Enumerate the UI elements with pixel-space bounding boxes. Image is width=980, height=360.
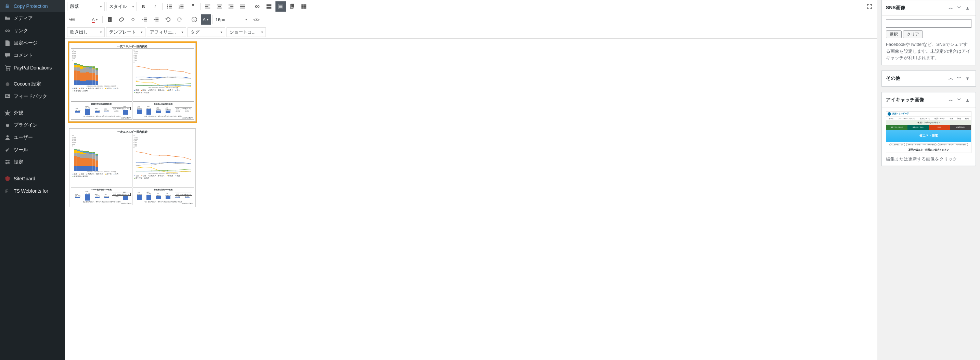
italic-button[interactable]: I [150, 2, 160, 12]
outdent-button[interactable] [140, 14, 150, 25]
svg-point-122 [175, 156, 175, 157]
affiliate-select[interactable]: アフィリエ... [147, 27, 186, 37]
svg-point-76 [190, 73, 191, 74]
svg-rect-53 [144, 18, 147, 19]
table-button[interactable] [299, 2, 309, 12]
sidebar-item-font[interactable]: FTS Webfonts for [0, 185, 65, 197]
caret-up-icon[interactable]: ▴ [963, 96, 972, 104]
svg-point-73 [167, 70, 168, 70]
blockquote-button[interactable]: " [188, 2, 198, 12]
align-left-button[interactable] [202, 2, 213, 12]
bullet-list-button[interactable] [165, 2, 175, 12]
chevron-down-icon[interactable]: ﹀ [955, 4, 963, 12]
sidebar-item-settings[interactable]: 設定 [0, 156, 65, 168]
copy-button[interactable] [287, 2, 298, 12]
svg-point-104 [159, 85, 160, 86]
svg-point-75 [182, 71, 183, 72]
svg-point-148 [190, 171, 191, 172]
chart-image[interactable]: 一次エネルギー国内供給PJ25,00020,00015,00010,0005,0… [69, 128, 196, 207]
special-char-button[interactable]: Ω [128, 14, 138, 25]
sidebar-item-circle[interactable]: Cocoon 設定 [0, 78, 65, 90]
svg-point-152 [159, 170, 160, 171]
svg-point-109 [135, 162, 136, 163]
svg-point-70 [143, 67, 144, 68]
undo-button[interactable] [163, 14, 173, 25]
link-button[interactable] [252, 2, 262, 12]
align-right-button[interactable] [226, 2, 236, 12]
svg-point-74 [175, 70, 175, 71]
sidebar-item-lock[interactable]: Copy Protection [0, 0, 65, 12]
sidebar-item-tool[interactable]: ツール [0, 144, 65, 156]
tag-select[interactable]: タグ [188, 27, 225, 37]
svg-point-64 [159, 77, 160, 78]
chevron-down-icon[interactable]: ﹀ [955, 74, 963, 83]
svg-rect-57 [155, 19, 158, 20]
sidebar-item-page[interactable]: 固定ページ [0, 37, 65, 49]
caret-up-icon[interactable]: ▴ [963, 4, 972, 12]
bold-button[interactable]: B [138, 2, 148, 12]
numbered-list-button[interactable]: 123 [176, 2, 186, 12]
tool-icon [4, 147, 11, 153]
chevron-up-icon[interactable]: ︿ [947, 96, 955, 104]
sns-image-input[interactable] [886, 19, 972, 28]
code-button[interactable]: </> [251, 14, 262, 25]
textcolor-button[interactable]: A▼ [90, 14, 100, 25]
align-justify-button[interactable] [237, 2, 248, 12]
svg-point-127 [151, 165, 152, 165]
redo-button[interactable] [175, 14, 185, 25]
svg-rect-26 [205, 6, 208, 7]
style-select[interactable]: スタイル [106, 2, 137, 11]
svg-point-121 [167, 155, 168, 156]
sidebar-item-plugin[interactable]: プラグイン [0, 119, 65, 131]
sidebar-item-label: コメント [14, 53, 33, 59]
sidebar-item-label: 固定ページ [14, 40, 38, 46]
align-center-button[interactable] [214, 2, 224, 12]
svg-point-67 [182, 76, 183, 77]
indent-button[interactable] [151, 14, 162, 25]
sidebar-item-appearance[interactable]: 外観 [0, 107, 65, 119]
svg-point-15 [167, 6, 168, 7]
chart-image-selected[interactable]: 一次エネルギー国内供給PJ25,00020,00015,00010,0005,0… [69, 43, 196, 121]
editor-content[interactable]: 一次エネルギー国内供給PJ25,00020,00015,00010,0005,0… [65, 39, 877, 360]
template-select[interactable]: テンプレート [106, 27, 145, 37]
shortcode-select[interactable]: ショートコ... [226, 27, 266, 37]
help-button[interactable]: ? [189, 14, 199, 25]
fukidashi-select[interactable]: 吹き出し [67, 27, 105, 37]
clear-format-button[interactable] [116, 14, 127, 25]
sidebar-item-user[interactable]: ユーザー [0, 131, 65, 144]
sidebar-item-comment[interactable]: コメント [0, 49, 65, 62]
paragraph-select[interactable]: 段落 [67, 2, 105, 11]
plugin-icon [4, 122, 11, 129]
svg-point-154 [175, 170, 175, 170]
feedback-icon [4, 93, 11, 100]
fullscreen-button[interactable] [864, 2, 875, 12]
chevron-down-icon[interactable]: ﹀ [955, 96, 963, 104]
svg-point-149 [135, 171, 136, 172]
readmore-button[interactable] [264, 2, 274, 12]
svg-point-140 [190, 172, 191, 172]
svg-point-98 [175, 85, 175, 86]
svg-point-72 [159, 70, 160, 70]
sidebar-item-feedback[interactable]: フィードバック [0, 90, 65, 103]
svg-point-97 [167, 85, 168, 86]
clear-button[interactable]: クリア [903, 30, 923, 38]
select-button[interactable]: 選択 [886, 30, 902, 38]
sidebar-item-cart[interactable]: PayPal Donations [0, 62, 65, 74]
caret-down-icon[interactable]: ▾ [963, 74, 972, 83]
sidebar-item-link[interactable]: リンク [0, 25, 65, 37]
strikethrough-button[interactable]: ABC [67, 14, 77, 25]
chevron-up-icon[interactable]: ︿ [947, 4, 955, 12]
hr-button[interactable]: — [78, 14, 89, 25]
paste-text-button[interactable]: T [105, 14, 115, 25]
fontsize-select[interactable]: 16px [213, 15, 250, 24]
svg-point-92 [190, 86, 191, 87]
bgcolor-button[interactable]: A▼ [201, 14, 211, 25]
featured-image-thumbnail[interactable]: 資源エネルギー庁 ホームスペシャルコンテンツ政策について統計・データ予算調達組織… [886, 111, 972, 153]
toolbar-toggle-button[interactable] [275, 2, 286, 12]
featured-image-panel: アイキャッチ画像 ︿ ﹀ ▴ 資源エネルギー庁 ホームスペシャルコンテンツ政策に… [881, 92, 976, 166]
editor-toolbar: 段落 スタイル B I 123 " [65, 0, 877, 39]
sidebar-item-shield[interactable]: SiteGuard [0, 172, 65, 185]
comment-icon [4, 52, 11, 59]
chevron-up-icon[interactable]: ︿ [947, 74, 955, 83]
sidebar-item-media[interactable]: メディア [0, 12, 65, 25]
